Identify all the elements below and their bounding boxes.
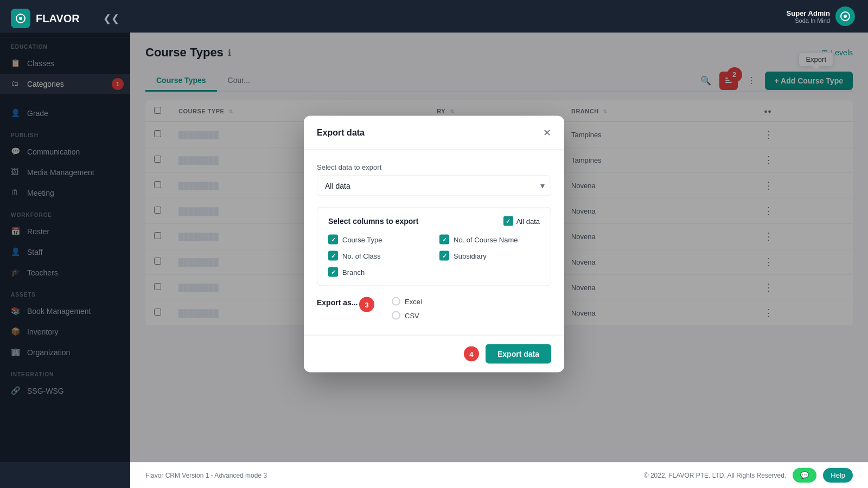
checkbox-course-type[interactable] — [328, 235, 338, 245]
data-select[interactable]: All data Selected data Current page — [317, 176, 551, 196]
export-as-row: Export as... 3 Excel CSV — [317, 297, 551, 320]
user-info: Super Admin Soda In Mind — [787, 7, 855, 26]
radio-label-excel: Excel — [405, 297, 422, 305]
select-data-label: Select data to export — [317, 163, 551, 171]
all-data-label: All data — [516, 217, 540, 225]
radio-btn-csv[interactable] — [392, 311, 400, 320]
col-course-type: Course Type — [328, 235, 429, 245]
user-name: Super Admin — [787, 9, 830, 17]
checkbox-no-course-name[interactable] — [439, 235, 449, 245]
checkbox-no-class[interactable] — [328, 251, 338, 261]
svg-point-1 — [19, 17, 22, 20]
col-label-course-type: Course Type — [342, 235, 382, 243]
user-text: Super Admin Soda In Mind — [787, 9, 830, 24]
modal-title: Export data — [317, 128, 365, 138]
columns-grid: Course Type No. of Course Name No. of Cl… — [328, 235, 540, 277]
whatsapp-icon: 💬 — [800, 471, 809, 479]
radio-excel: Excel — [392, 297, 422, 306]
sidebar-collapse-btn[interactable]: ❮❮ — [103, 12, 119, 24]
export-data-button[interactable]: Export data — [486, 344, 551, 364]
export-as-label: Export as... — [317, 298, 366, 307]
columns-header: Select columns to export All data — [328, 216, 540, 226]
col-label-branch: Branch — [342, 268, 365, 276]
footer-right: © 2022, FLAVOR PTE. LTD. All Rights Rese… — [644, 468, 853, 483]
logo-text: FLAVOR — [36, 12, 80, 25]
copyright-text: © 2022, FLAVOR PTE. LTD. All Rights Rese… — [644, 472, 787, 479]
checkbox-branch[interactable] — [328, 267, 338, 277]
modal-close-button[interactable]: ✕ — [543, 127, 551, 139]
columns-section: Select columns to export All data Course… — [317, 207, 551, 286]
radio-btn-excel[interactable] — [392, 297, 400, 306]
col-subsidiary: Subsidiary — [439, 251, 540, 261]
all-data-checkbox[interactable] — [503, 216, 513, 226]
radio-label-csv: CSV — [405, 311, 419, 319]
step-badge-3: 3 — [359, 297, 374, 312]
export-format-options: Excel CSV — [392, 297, 422, 320]
columns-title: Select columns to export — [328, 217, 418, 226]
sidebar-logo: FLAVOR ❮❮ — [0, 0, 130, 37]
modal-footer: 4 Export data — [304, 335, 564, 373]
radio-csv: CSV — [392, 311, 422, 320]
step4-wrap: 4 — [464, 346, 479, 362]
user-org: Soda In Mind — [787, 17, 830, 24]
modal-body: Select data to export All data Selected … — [304, 150, 564, 335]
footer: Flavor CRM Version 1 - Advanced mode 3 ©… — [130, 462, 868, 488]
col-no-of-class: No. of Class — [328, 251, 429, 261]
svg-point-3 — [844, 15, 847, 18]
all-data-checkbox-wrap: All data — [503, 216, 540, 226]
col-no-of-course-name: No. of Course Name — [439, 235, 540, 245]
help-button[interactable]: Help — [823, 468, 853, 483]
step-badge-4: 4 — [464, 346, 479, 362]
modal-header: Export data ✕ — [304, 116, 564, 150]
col-label-no-class: No. of Class — [342, 252, 381, 260]
col-label-no-course-name: No. of Course Name — [454, 235, 518, 243]
checkbox-subsidiary[interactable] — [439, 251, 449, 261]
user-avatar[interactable] — [835, 7, 855, 26]
logo-icon — [11, 9, 30, 28]
whatsapp-button[interactable]: 💬 — [793, 468, 816, 483]
header: Super Admin Soda In Mind — [130, 0, 868, 33]
export-modal: Export data ✕ Select data to export All … — [304, 116, 564, 373]
col-branch: Branch — [328, 267, 429, 277]
export-as-section: Export as... 3 Excel CSV — [317, 286, 551, 322]
version-text: Flavor CRM Version 1 - Advanced mode 3 — [145, 472, 267, 479]
select-wrapper: All data Selected data Current page ▾ — [317, 176, 551, 196]
col-label-subsidiary: Subsidiary — [454, 252, 487, 260]
